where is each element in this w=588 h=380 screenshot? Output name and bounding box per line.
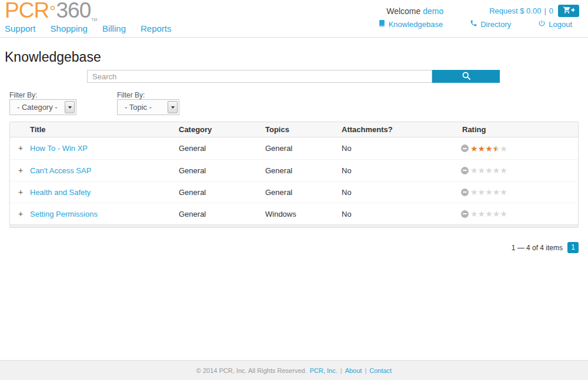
star-icon[interactable]: ★ [485,210,493,218]
article-title-link[interactable]: Can't Access SAP [30,160,91,181]
search-input[interactable] [87,70,432,83]
directory-link-label: Directory [480,20,511,29]
app-header: PCR°360TM Support Shopping Billing Repor… [0,0,588,38]
rating-stars: ★★★★★★ [470,144,507,153]
topic-filter-dropdown[interactable]: - Topic - [117,99,179,115]
caret-down-icon[interactable] [65,101,75,113]
cell-category: General [179,137,206,159]
star-icon[interactable]: ★ [485,188,493,196]
rating-stars: ★★★★★ [470,188,507,196]
row-expander[interactable]: + [18,137,23,159]
row-expander[interactable]: + [18,160,23,181]
logo-degree-icon: ° [49,2,55,20]
header-bottom-right: Knowledgebase Directory Logout [378,19,572,29]
rating-widget: ★★★★★ [461,188,507,196]
cancel-rating-icon[interactable] [461,167,469,174]
column-header-title[interactable]: Title [30,122,46,137]
power-icon [538,19,546,29]
footer-link-pcr[interactable]: PCR, Inc. [310,367,338,374]
star-icon[interactable]: ★★ [493,144,500,153]
star-icon[interactable]: ★ [500,188,507,196]
knowledgebase-page: PCR°360TM Support Shopping Billing Repor… [0,0,588,380]
username-link[interactable]: demo [423,6,443,16]
star-icon[interactable]: ★ [485,144,493,153]
logout-link-label: Logout [549,20,572,29]
logo-text-pcr: PCR [5,0,49,22]
row-expander[interactable]: + [18,181,23,203]
nav-item-shopping[interactable]: Shopping [51,23,88,33]
column-header-attachments[interactable]: Attachments? [342,122,393,137]
cell-topics: General [265,160,292,181]
star-icon[interactable]: ★ [493,210,500,218]
table-row: + Health and Safety General General No ★… [10,181,578,203]
star-icon[interactable]: ★ [478,188,486,196]
star-icon[interactable]: ★ [493,188,500,196]
header-top-right: Welcome demo Request $ 0.00 | 0 [386,5,579,17]
pagination-summary: 1 — 4 of 4 items [512,244,563,252]
nav-item-support[interactable]: Support [5,23,36,33]
star-icon[interactable]: ★ [470,144,478,153]
directory-link[interactable]: Directory [470,19,511,29]
rating-stars: ★★★★★ [470,210,507,218]
footer-link-about[interactable]: About [345,367,362,374]
rating-stars: ★★★★★ [470,166,507,174]
footer-link-contact[interactable]: Contact [369,367,392,374]
page-1-button[interactable]: 1 [567,242,579,253]
star-icon[interactable]: ★ [470,166,478,174]
cell-attachments: No [342,137,352,159]
cancel-rating-icon[interactable] [461,189,469,196]
main-nav: Support Shopping Billing Reports [5,23,172,33]
search-icon [462,71,471,82]
request-separator: | [544,6,546,15]
nav-item-reports[interactable]: Reports [141,23,172,33]
cell-attachments: No [342,181,352,203]
column-header-topics[interactable]: Topics [265,122,289,137]
column-header-rating[interactable]: Rating [462,122,486,137]
filter-by-label-topic: Filter By: [117,91,145,99]
cart-arrow-icon [562,6,576,16]
caret-down-icon[interactable] [168,101,178,113]
request-total-link[interactable]: Request $ 0.00 | 0 [489,6,553,15]
star-icon[interactable]: ★ [470,210,478,218]
cart-checkout-button[interactable] [558,5,579,17]
row-expander[interactable]: + [18,203,23,225]
star-icon[interactable]: ★ [485,166,493,174]
knowledgebase-link-label: Knowledgebase [389,20,443,29]
column-header-category[interactable]: Category [179,122,212,137]
book-icon [378,19,386,29]
knowledgebase-link[interactable]: Knowledgebase [378,19,443,29]
table-body: + How To - Win XP General General No ★★★… [10,137,578,224]
cell-topics: General [265,137,292,159]
star-icon[interactable]: ★ [478,210,486,218]
footer: © 2014 PCR, Inc. All Rights Reserved. PC… [0,360,588,380]
star-icon[interactable]: ★ [478,166,486,174]
cell-category: General [179,181,206,203]
cell-category: General [179,203,206,225]
cell-category: General [179,160,206,181]
pagination: 1 — 4 of 4 items 1 [512,242,579,253]
article-title-link[interactable]: Setting Permissions [30,203,98,225]
table-row: + Setting Permissions General Windows No… [10,203,578,224]
rating-widget: ★★★★★ [461,166,507,174]
article-title-link[interactable]: How To - Win XP [30,137,88,159]
cell-topics: Windows [265,203,296,225]
star-icon[interactable]: ★ [500,210,507,218]
star-icon[interactable]: ★ [493,166,500,174]
filter-by-label-category: Filter By: [9,91,37,99]
star-icon[interactable]: ★ [470,188,478,196]
star-icon[interactable]: ★ [478,144,486,153]
search-button[interactable] [432,70,500,83]
star-icon[interactable]: ★ [500,144,507,153]
cancel-rating-icon[interactable] [461,144,469,152]
article-title-link[interactable]: Health and Safety [30,181,91,203]
footer-separator: | [340,367,342,374]
table-header-row: Title Category Topics Attachments? Ratin… [10,122,578,137]
page-title: Knowledgebase [5,49,101,65]
category-filter-dropdown[interactable]: - Category - [9,99,76,115]
star-icon[interactable]: ★ [500,166,507,174]
nav-item-billing[interactable]: Billing [102,23,126,33]
cancel-rating-icon[interactable] [461,210,469,218]
footer-separator: | [365,367,366,374]
logout-link[interactable]: Logout [538,19,572,29]
rating-widget: ★★★★★ [461,210,507,218]
